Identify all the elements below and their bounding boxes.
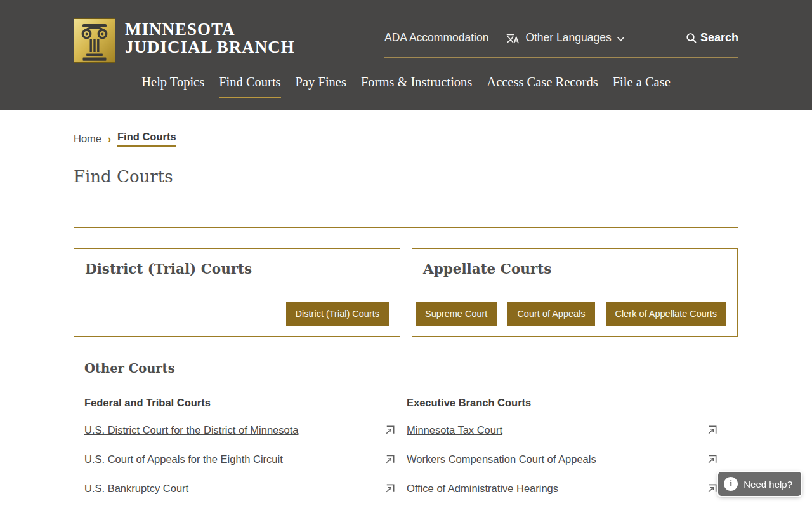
us-bankruptcy-court-link[interactable]: U.S. Bankruptcy Court	[84, 483, 188, 495]
nav-item-help-topics[interactable]: Help Topics	[141, 75, 204, 98]
federal-tribal-header: Federal and Tribal Courts	[84, 395, 396, 410]
search-button[interactable]: Search	[686, 31, 738, 44]
site-logo[interactable]: MINNESOTA JUDICIAL BRANCH	[74, 18, 295, 63]
utility-bar: ADA Accommodation Other Languages	[384, 18, 738, 58]
main-navigation: Help Topics Find Courts Pay Fines Forms …	[74, 63, 738, 98]
column-logo-icon	[74, 18, 115, 63]
brand-line2: JUDICIAL BRANCH	[125, 39, 295, 57]
page-title: Find Courts	[74, 166, 738, 187]
main-content: Home › Find Courts Find Courts District …	[74, 131, 738, 508]
executive-branch-column: Executive Branch Courts Minnesota Tax Co…	[407, 395, 718, 508]
external-link-icon[interactable]	[384, 453, 396, 465]
external-link-icon[interactable]	[384, 483, 396, 495]
external-link-icon[interactable]	[706, 483, 718, 495]
court-cards-row: District (Trial) Courts District (Trial)…	[74, 248, 738, 337]
divider-rule	[74, 227, 738, 228]
nav-item-file-a-case[interactable]: File a Case	[613, 75, 671, 98]
other-languages-label: Other Languages	[525, 31, 611, 44]
info-circle-icon: i	[724, 477, 738, 491]
need-help-button[interactable]: i Need help?	[718, 472, 801, 496]
district-courts-card-buttons: District (Trial) Courts	[286, 302, 389, 326]
other-courts-title: Other Courts	[84, 361, 738, 377]
federal-tribal-column: Federal and Tribal Courts U.S. District …	[84, 395, 396, 508]
nav-item-forms-instructions[interactable]: Forms & Instructions	[361, 75, 472, 98]
breadcrumb: Home › Find Courts	[74, 131, 738, 147]
nav-item-access-case-records[interactable]: Access Case Records	[487, 75, 598, 98]
office-administrative-hearings-link[interactable]: Office of Administrative Hearings	[407, 483, 558, 495]
site-header: MINNESOTA JUDICIAL BRANCH ADA Accommodat…	[0, 0, 812, 110]
need-help-label: Need help?	[743, 479, 792, 490]
court-of-appeals-button[interactable]: Court of Appeals	[508, 302, 594, 326]
chevron-down-icon	[617, 36, 625, 42]
breadcrumb-chevron-icon: ›	[108, 132, 111, 145]
other-courts-columns: Federal and Tribal Courts U.S. District …	[84, 395, 718, 508]
nav-item-find-courts[interactable]: Find Courts	[219, 75, 280, 98]
external-link-icon[interactable]	[706, 453, 718, 465]
breadcrumb-current: Find Courts	[117, 131, 176, 147]
us-district-court-link[interactable]: U.S. District Court for the District of …	[84, 424, 298, 436]
district-courts-card-title: District (Trial) Courts	[74, 249, 400, 277]
list-item: U.S. Bankruptcy Court	[84, 474, 396, 503]
list-item: U.S. District Court for the District of …	[84, 415, 396, 444]
appellate-courts-card-buttons: Supreme Court Court of Appeals Clerk of …	[416, 302, 726, 326]
external-link-icon[interactable]	[384, 424, 396, 436]
brand-wordmark: MINNESOTA JUDICIAL BRANCH	[125, 18, 295, 56]
appellate-courts-card: Appellate Courts Supreme Court Court of …	[412, 248, 738, 337]
list-item: Minnesota Tax Court	[407, 415, 718, 444]
list-item: Directory of Minnesota Tribal Courts	[84, 503, 396, 508]
supreme-court-button[interactable]: Supreme Court	[416, 302, 497, 326]
search-label: Search	[700, 31, 738, 44]
executive-branch-header: Executive Branch Courts	[407, 395, 718, 410]
ada-accommodation-link[interactable]: ADA Accommodation	[384, 31, 488, 44]
district-courts-card: District (Trial) Courts District (Trial)…	[74, 248, 400, 337]
brand-line1: MINNESOTA	[125, 21, 295, 39]
search-icon	[686, 32, 697, 44]
list-item: U.S. Court of Appeals for the Eighth Cir…	[84, 444, 396, 474]
us-court-of-appeals-link[interactable]: U.S. Court of Appeals for the Eighth Cir…	[84, 453, 283, 465]
appellate-courts-card-title: Appellate Courts	[412, 249, 737, 277]
translate-icon	[506, 32, 521, 44]
other-languages-dropdown[interactable]: Other Languages	[506, 31, 629, 44]
workers-compensation-court-link[interactable]: Workers Compensation Court of Appeals	[407, 453, 596, 465]
external-link-icon[interactable]	[706, 424, 718, 436]
nav-item-pay-fines[interactable]: Pay Fines	[296, 75, 346, 98]
clerk-of-appellate-courts-button[interactable]: Clerk of Appellate Courts	[606, 302, 726, 326]
header-top: MINNESOTA JUDICIAL BRANCH ADA Accommodat…	[74, 0, 738, 63]
district-trial-courts-button[interactable]: District (Trial) Courts	[286, 302, 389, 326]
minnesota-tax-court-link[interactable]: Minnesota Tax Court	[407, 424, 502, 436]
breadcrumb-home-link[interactable]: Home	[74, 133, 102, 145]
list-item: Office of Administrative Hearings	[407, 474, 718, 503]
list-item: Workers Compensation Court of Appeals	[407, 444, 718, 474]
